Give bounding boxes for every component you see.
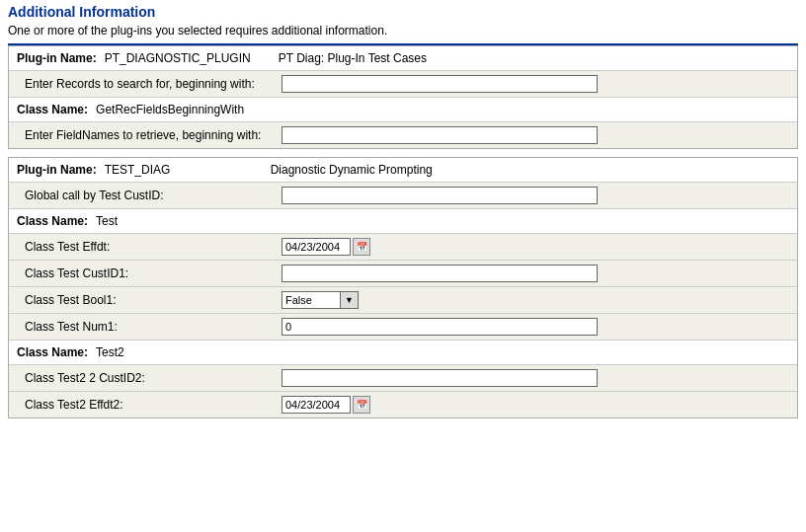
- field-row-effdt2: Class Test2 Effdt2: 📅: [9, 391, 797, 418]
- field-label-effdt2: Class Test2 Effdt2:: [25, 398, 282, 412]
- field-label-custid2: Class Test2 2 CustID2:: [25, 371, 282, 385]
- subtitle: One or more of the plug-ins you selected…: [8, 24, 798, 38]
- field-row-global-custid: Global call by Test CustID:: [9, 182, 797, 208]
- class-name-label-1: Class Name:: [17, 103, 88, 116]
- class-row-1: Class Name: GetRecFieldsBeginningWith: [9, 97, 797, 121]
- plugin-desc-2: Diagnostic Dynamic Prompting: [271, 163, 433, 177]
- field-label-records: Enter Records to search for, beginning w…: [25, 77, 282, 91]
- calendar-button-effdt[interactable]: 📅: [353, 238, 370, 256]
- field-input-effdt[interactable]: [282, 238, 351, 256]
- plugin-section-1: Plug-in Name: PT_DIAGNOSTIC_PLUGIN PT Di…: [8, 45, 798, 149]
- class-row-test: Class Name: Test: [9, 208, 797, 233]
- plugin-name-label-2: Plug-in Name:: [17, 163, 97, 177]
- field-row-num1: Class Test Num1:: [9, 313, 797, 340]
- calendar-button-effdt2[interactable]: 📅: [353, 396, 370, 414]
- plugin-header-row-1: Plug-in Name: PT_DIAGNOSTIC_PLUGIN PT Di…: [9, 46, 797, 70]
- plugin-name-value-2: TEST_DIAG: [105, 163, 243, 177]
- class-name-value-1: GetRecFieldsBeginningWith: [96, 103, 244, 116]
- class-name-value-test2: Test2: [96, 345, 124, 359]
- class-row-test2: Class Name: Test2: [9, 340, 797, 364]
- class-name-label-test: Class Name:: [17, 214, 88, 228]
- plugin-desc-1: PT Diag: Plug-In Test Cases: [279, 51, 427, 65]
- field-label-num1: Class Test Num1:: [25, 320, 282, 334]
- field-input-custid2[interactable]: [282, 369, 598, 387]
- class-name-label-test2: Class Name:: [17, 345, 88, 359]
- field-row-records: Enter Records to search for, beginning w…: [9, 70, 797, 97]
- field-input-effdt2[interactable]: [282, 396, 351, 414]
- plugin-name-value-1: PT_DIAGNOSTIC_PLUGIN: [105, 51, 251, 65]
- field-label-effdt: Class Test Effdt:: [25, 240, 282, 254]
- page-container: Additional Information One or more of th…: [0, 0, 806, 532]
- page-title: Additional Information: [8, 4, 798, 20]
- plugin-header-row-2: Plug-in Name: TEST_DIAG Diagnostic Dynam…: [9, 158, 797, 182]
- cal-input-group-effdt2: 📅: [282, 396, 370, 414]
- field-row-effdt: Class Test Effdt: 📅: [9, 233, 797, 260]
- field-label-fieldnames: Enter FieldNames to retrieve, beginning …: [25, 128, 282, 142]
- field-label-bool1: Class Test Bool1:: [25, 293, 282, 307]
- field-label-global-custid: Global call by Test CustID:: [25, 189, 282, 202]
- field-input-fieldnames[interactable]: [282, 126, 598, 144]
- field-label-custid1: Class Test CustID1:: [25, 266, 282, 280]
- field-row-custid2: Class Test2 2 CustID2:: [9, 364, 797, 391]
- plugin-section-2: Plug-in Name: TEST_DIAG Diagnostic Dynam…: [8, 157, 798, 418]
- field-row-custid1: Class Test CustID1:: [9, 260, 797, 286]
- field-input-bool1[interactable]: [282, 291, 341, 309]
- class-name-value-test: Test: [96, 214, 118, 228]
- field-row-fieldnames: Enter FieldNames to retrieve, beginning …: [9, 121, 797, 148]
- field-row-bool1: Class Test Bool1: ▼: [9, 286, 797, 313]
- field-input-custid1[interactable]: [282, 265, 598, 282]
- field-input-records[interactable]: [282, 75, 598, 93]
- field-input-num1[interactable]: [282, 318, 598, 336]
- plugin-name-label-1: Plug-in Name:: [17, 51, 97, 65]
- cal-input-group-effdt: 📅: [282, 238, 370, 256]
- dropdown-arrow-bool1[interactable]: ▼: [341, 291, 359, 309]
- field-input-global-custid[interactable]: [282, 187, 598, 204]
- dropdown-bool1: ▼: [282, 291, 359, 309]
